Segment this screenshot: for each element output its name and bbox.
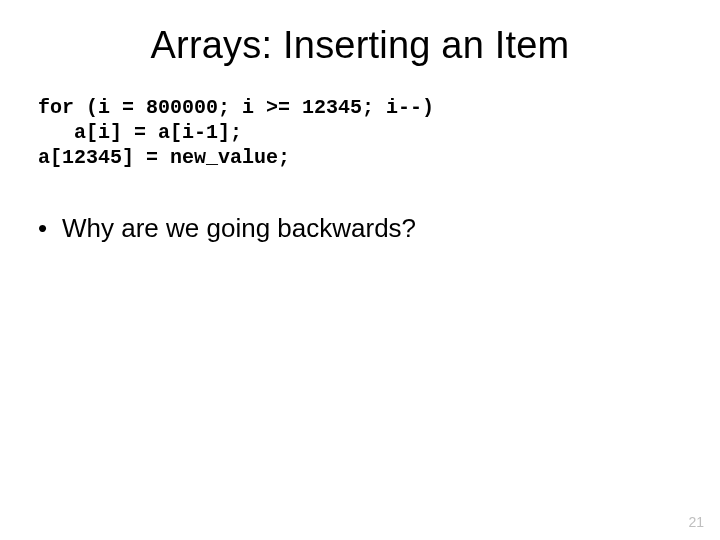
bullet-item: Why are we going backwards? bbox=[38, 212, 720, 246]
code-line-1: for (i = 800000; i >= 12345; i--) bbox=[38, 96, 434, 119]
code-block: for (i = 800000; i >= 12345; i--) a[i] =… bbox=[38, 95, 720, 170]
code-line-3: a[12345] = new_value; bbox=[38, 146, 290, 169]
slide: Arrays: Inserting an Item for (i = 80000… bbox=[0, 0, 720, 540]
code-line-2: a[i] = a[i-1]; bbox=[38, 121, 242, 144]
page-number: 21 bbox=[688, 514, 704, 530]
bullet-list: Why are we going backwards? bbox=[38, 212, 720, 246]
slide-title: Arrays: Inserting an Item bbox=[0, 0, 720, 85]
